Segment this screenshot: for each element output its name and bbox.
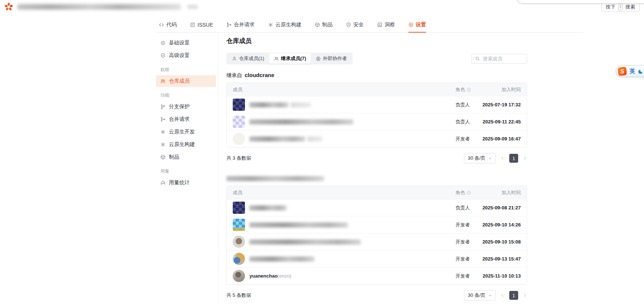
tab-label: 安全 (353, 21, 364, 28)
table-row[interactable]: 开发者 2025-09-09 16:47 (227, 130, 527, 147)
tab-label: 仓库成员(1) (239, 55, 264, 62)
table-row[interactable]: 负责人 2025-09-11 22:45 (227, 113, 527, 130)
prev-page-button[interactable] (500, 293, 505, 298)
info-icon[interactable] (467, 190, 471, 195)
column-joined: 加入时间 (478, 189, 521, 196)
sogou-logo-icon[interactable]: S (618, 66, 627, 76)
sidebar-item-advanced-settings[interactable]: 高级设置 (156, 50, 216, 62)
users-icon (160, 79, 166, 84)
role-cell: 负责人 (455, 205, 478, 211)
tab-label: 代码 (166, 21, 177, 28)
pinwheel-icon (160, 142, 166, 147)
role-cell: 负责人 (455, 119, 478, 125)
page-size-select[interactable]: 30 条/页 (464, 290, 496, 301)
tab-artifacts[interactable]: 制品 (315, 21, 333, 28)
code-icon (159, 22, 164, 27)
member-name-redacted (307, 136, 322, 142)
shield-check-icon (160, 53, 166, 58)
members-settings-panel: 仓库成员 仓库成员(1) 继承成员(7) 外部协作者 继承自 cloudcran… (226, 36, 527, 305)
role-cell: 开发者 (455, 222, 478, 228)
member-tab-group: 仓库成员(1) 继承成员(7) 外部协作者 (226, 53, 353, 64)
joined-cell: 2025-09-08 21:27 (478, 205, 521, 210)
avatar (233, 236, 245, 248)
inherited-from-label: 继承自 (226, 72, 242, 79)
table-footer: 共 3 条数据 30 条/页 1 (226, 153, 527, 163)
page-number-button[interactable]: 1 (509, 154, 518, 163)
member-name-redacted (249, 119, 353, 125)
tab-issue[interactable]: ISSUE (190, 22, 213, 28)
member-name-redacted (249, 256, 314, 262)
tab-merge-requests[interactable]: 合并请求 (226, 21, 255, 28)
merge-icon (226, 22, 232, 27)
table-row[interactable]: 开发者 2025-09-10 14:26 (227, 216, 527, 233)
tab-inherited-members[interactable]: 继承成员(7) (269, 53, 311, 64)
inherited-group-name: cloudcrane (245, 72, 274, 78)
table-row[interactable]: yuanenchao(enzo) 开发者 2025-11-10 10:13 (227, 267, 527, 284)
package-icon (315, 22, 320, 27)
sidebar-item-merge-requests[interactable]: 合并请求 (156, 113, 216, 125)
inherited-group-title-redacted (226, 176, 324, 181)
gear-icon (160, 40, 166, 46)
next-page-button[interactable] (523, 156, 527, 160)
package-icon (160, 155, 166, 160)
sidebar-item-label: 分支保护 (169, 103, 190, 110)
page-number-button[interactable]: 1 (509, 291, 518, 300)
insight-icon (377, 22, 382, 27)
person-icon (232, 56, 237, 61)
tab-cloud-native-build[interactable]: 云原生构建 (268, 21, 301, 28)
sidebar-item-cloud-native-build[interactable]: 云原生构建 (156, 139, 216, 150)
info-icon[interactable] (467, 87, 471, 92)
slash-key-badge: / (618, 4, 623, 10)
avatar (233, 133, 245, 145)
tab-insights[interactable]: 洞察 (377, 21, 395, 28)
avatar (233, 202, 245, 214)
people-icon (274, 56, 279, 61)
next-page-button[interactable] (523, 293, 527, 298)
avatar (233, 99, 245, 111)
app-logo-icon[interactable] (4, 3, 13, 11)
sidebar-item-usage-stats[interactable]: 用量统计 (156, 177, 216, 189)
sidebar-divider (218, 33, 218, 305)
sidebar-item-artifacts[interactable]: 制品 (156, 151, 216, 163)
repo-nav: 代码 ISSUE 合并请求 云原生构建 制品 安全 洞察 设置 (156, 17, 583, 33)
tab-security[interactable]: 安全 (346, 21, 364, 28)
branch-icon (160, 104, 166, 109)
table-row[interactable]: 负责人 2025-07-19 17:32 (227, 96, 527, 113)
shield-icon (346, 22, 351, 27)
table-row[interactable]: 负责人 2025-09-08 21:27 (227, 199, 527, 216)
table-footer: 共 5 条数据 30 条/页 1 (226, 290, 527, 301)
prev-page-button[interactable] (500, 156, 505, 160)
sidebar-item-repo-members[interactable]: 仓库成员 (156, 75, 216, 87)
tab-label: 外部协作者 (323, 55, 347, 62)
role-cell: 开发者 (455, 239, 478, 245)
table-row[interactable]: 开发者 2025-09-13 15:47 (227, 250, 527, 267)
tab-outside-collaborators[interactable]: 外部协作者 (311, 53, 352, 64)
tab-settings[interactable]: 设置 (408, 21, 426, 28)
pinwheel-icon (160, 129, 166, 135)
search-label: 搜索 (625, 4, 635, 10)
press-label: 按下 (606, 4, 615, 10)
column-member: 成员 (233, 86, 455, 93)
tab-label: 洞察 (385, 21, 395, 28)
chevron-down-icon (488, 294, 492, 298)
ime-language-toggle[interactable]: 英 (630, 68, 635, 75)
tab-label: 云原生构建 (275, 21, 301, 28)
tab-label: 制品 (322, 21, 333, 28)
member-search-box (471, 54, 527, 64)
chart-icon (160, 180, 166, 185)
moon-icon[interactable] (638, 69, 644, 74)
tab-code[interactable]: 代码 (159, 21, 177, 28)
role-cell: 开发者 (455, 273, 478, 279)
ime-toolbar: S 英 (616, 65, 644, 77)
table-row[interactable]: 开发者 2025-09-10 15:08 (227, 233, 527, 250)
pinwheel-icon (268, 22, 273, 27)
sidebar-item-basic-settings[interactable]: 基础设置 (156, 37, 216, 49)
sidebar-item-label: 用量统计 (169, 179, 190, 186)
page-size-select[interactable]: 30 条/页 (464, 153, 496, 163)
sidebar-item-cloud-native-dev[interactable]: 云原生开发 (156, 126, 216, 138)
search-input[interactable] (482, 56, 523, 62)
sidebar-item-branch-protection[interactable]: 分支保护 (156, 101, 216, 113)
tab-repo-members[interactable]: 仓库成员(1) (227, 53, 269, 64)
total-count: 共 5 条数据 (226, 292, 251, 299)
role-cell: 开发者 (455, 256, 478, 262)
